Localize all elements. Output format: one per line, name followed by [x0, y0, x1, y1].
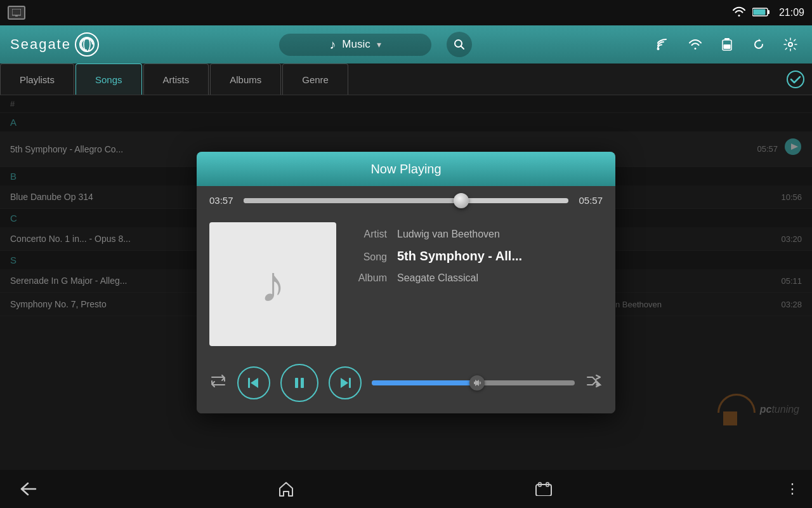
svg-point-5	[80, 37, 94, 51]
back-button[interactable]	[13, 473, 44, 505]
song-label: Song	[349, 251, 387, 263]
screen-icon	[8, 6, 25, 20]
svg-marker-22	[341, 378, 348, 388]
dropdown-arrow-icon[interactable]: ▾	[377, 39, 381, 50]
volume-track[interactable]	[372, 380, 575, 385]
wifi-button[interactable]	[684, 33, 707, 56]
volume-fill	[372, 380, 477, 385]
category-label: Music	[342, 38, 370, 51]
logo-text: Seagate	[10, 36, 71, 53]
search-button[interactable]	[447, 32, 472, 57]
tab-playlists[interactable]: Playlists	[0, 64, 74, 95]
artist-value: Ludwig van Beethoven	[397, 229, 500, 240]
progress-track[interactable]	[244, 198, 568, 203]
logo-icon	[75, 32, 99, 57]
album-art-icon: ♪	[260, 255, 285, 314]
svg-rect-20	[301, 378, 304, 388]
svg-marker-23	[474, 380, 479, 386]
pause-button[interactable]	[280, 364, 318, 402]
logo-area: Seagate	[10, 32, 99, 57]
status-bar: 21:09	[0, 0, 812, 25]
modal-body: ♪ Artist Ludwig van Beethoven Song 5th S…	[197, 211, 615, 358]
check-icon	[787, 70, 804, 88]
svg-rect-11	[724, 38, 730, 40]
track-info: Artist Ludwig van Beethoven Song 5th Sym…	[349, 222, 603, 293]
tab-songs[interactable]: Songs	[75, 64, 142, 95]
progress-row: 03:57 05:57	[197, 186, 615, 211]
album-label: Album	[349, 272, 387, 284]
svg-rect-19	[295, 378, 298, 388]
song-value: 5th Symphony - All...	[397, 249, 522, 264]
svg-point-14	[787, 71, 804, 88]
volume-thumb[interactable]	[469, 375, 485, 391]
main-content: # A 5th Symphony - Allegro Co... 05:57 B…	[0, 95, 812, 470]
top-bar: Seagate ♪ Music ▾	[0, 25, 812, 64]
tab-artists[interactable]: Artists	[143, 64, 209, 95]
album-row: Album Seagate Classical	[349, 272, 603, 284]
album-art: ♪	[209, 222, 336, 346]
current-time: 03:57	[209, 195, 236, 206]
top-bar-right	[652, 33, 802, 56]
svg-point-13	[789, 43, 792, 46]
tab-bar: Playlists Songs Artists Albums Genre	[0, 64, 812, 95]
more-button[interactable]: ⋮	[785, 481, 799, 497]
modal-controls	[197, 358, 615, 413]
repeat-button[interactable]	[209, 373, 227, 392]
modal-title: Now Playing	[370, 162, 441, 177]
next-button[interactable]	[329, 366, 362, 399]
tab-albums[interactable]: Albums	[210, 64, 281, 95]
bottom-bar: ⋮	[0, 470, 812, 508]
total-time: 05:57	[576, 195, 603, 206]
shuffle-button[interactable]	[585, 373, 603, 392]
svg-line-8	[461, 46, 464, 50]
svg-marker-18	[251, 378, 258, 388]
tab-genre[interactable]: Genre	[282, 64, 348, 95]
wifi-icon	[732, 6, 746, 20]
svg-rect-4	[768, 10, 769, 14]
status-left	[8, 6, 25, 20]
svg-rect-1	[15, 15, 18, 17]
svg-rect-21	[349, 378, 351, 388]
music-note-icon: ♪	[329, 37, 336, 52]
home-button[interactable]	[270, 473, 302, 505]
status-right: 21:09	[732, 6, 804, 20]
svg-point-6	[84, 37, 90, 51]
time-display: 21:09	[779, 7, 804, 18]
now-playing-modal: Now Playing 03:57 05:57 ♪ Artist	[197, 152, 615, 413]
recent-button[interactable]	[528, 473, 560, 505]
progress-fill	[244, 198, 461, 203]
modal-header: Now Playing	[197, 152, 615, 186]
song-row-info: Song 5th Symphony - All...	[349, 249, 603, 264]
svg-rect-12	[724, 44, 731, 49]
album-value: Seagate Classical	[397, 272, 478, 284]
battery-icon	[752, 7, 770, 19]
svg-rect-17	[248, 378, 250, 388]
refresh-button[interactable]	[747, 33, 770, 56]
progress-thumb[interactable]	[454, 193, 469, 208]
artist-row: Artist Ludwig van Beethoven	[349, 229, 603, 240]
battery-button[interactable]	[716, 33, 738, 56]
prev-button[interactable]	[237, 366, 270, 399]
settings-button[interactable]	[779, 33, 802, 56]
modal-overlay: Now Playing 03:57 05:57 ♪ Artist	[0, 95, 812, 470]
svg-rect-0	[12, 9, 21, 15]
music-selector[interactable]: ♪ Music ▾	[279, 34, 431, 56]
svg-point-9	[657, 48, 660, 50]
artist-label: Artist	[349, 229, 387, 240]
svg-rect-3	[753, 9, 765, 15]
cast-button[interactable]	[652, 33, 675, 56]
